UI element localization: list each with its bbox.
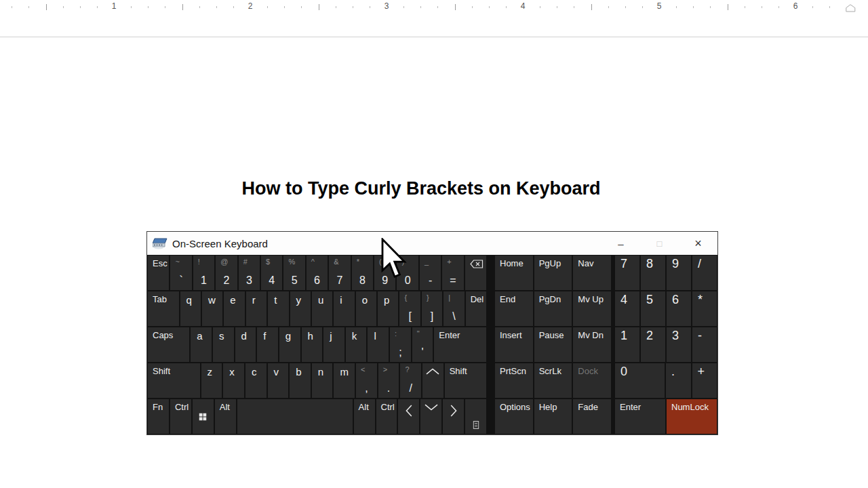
key-o[interactable]: o [356,291,376,326]
key-numpad-7[interactable]: 7 [615,256,639,290]
key-esc[interactable]: Esc [148,256,169,290]
key-home[interactable]: Home [495,256,533,290]
key-w[interactable]: w [202,291,222,326]
osk-titlebar[interactable]: On-Screen Keyboard – □ × [147,232,717,255]
key-numpad-5[interactable]: 5 [641,291,665,326]
key-numpad-8[interactable]: 8 [641,256,665,290]
key-b[interactable]: b [290,363,311,398]
key-z[interactable]: z [201,363,222,398]
key-minus[interactable]: _- [420,256,441,290]
key-d[interactable]: d [235,327,256,362]
key-slash[interactable]: ?/ [400,363,421,398]
key-mv-dn[interactable]: Mv Dn [573,327,611,362]
key-insert[interactable]: Insert [495,327,533,362]
key-6[interactable]: ^6 [307,256,328,290]
key-left-alt[interactable]: Alt [215,399,236,434]
key-q[interactable]: q [180,291,201,326]
key-arrow-right[interactable] [443,399,464,434]
key-quote[interactable]: "' [412,327,433,362]
key-comma[interactable]: <, [356,363,377,398]
key-arrow-up[interactable] [422,363,443,398]
key-dock[interactable]: Dock [573,363,611,398]
key-numpad-enter[interactable]: Enter [615,399,665,434]
key-r[interactable]: r [246,291,267,326]
key-numpad-minus[interactable]: - [692,327,717,362]
key-bracket-open[interactable]: {[ [399,291,420,326]
key-pgup[interactable]: PgUp [534,256,572,290]
key-right-ctrl[interactable]: Ctrl [376,399,397,434]
key-windows[interactable] [193,399,214,434]
key-k[interactable]: k [346,327,367,362]
key-y[interactable]: y [290,291,311,326]
key-5[interactable]: %5 [283,256,304,290]
key-p[interactable]: p [378,291,398,326]
key-h[interactable]: h [302,327,323,362]
key-backspace[interactable] [465,256,486,290]
key-3[interactable]: #3 [239,256,260,290]
key-numpad-1[interactable]: 1 [615,327,639,362]
key-m[interactable]: m [334,363,355,398]
key-numpad-6[interactable]: 6 [667,291,691,326]
key-scrlk[interactable]: ScrLk [534,363,572,398]
right-indent-marker[interactable] [846,4,856,12]
key-u[interactable]: u [312,291,332,326]
key-7[interactable]: &7 [329,256,350,290]
key-help[interactable]: Help [534,399,572,434]
key-numpad-divide[interactable]: / [692,256,717,290]
key-s[interactable]: s [213,327,234,362]
key-j[interactable]: j [323,327,344,362]
key-i[interactable]: i [334,291,354,326]
key-numpad-2[interactable]: 2 [641,327,665,362]
key-left-shift[interactable]: Shift [148,363,200,398]
key-pgdn[interactable]: PgDn [534,291,572,326]
key-numpad-9[interactable]: 9 [667,256,691,290]
key-c[interactable]: c [245,363,267,398]
key-backslash[interactable]: |\ [443,291,464,326]
key-del[interactable]: Del [466,291,486,326]
key-numlock[interactable]: NumLock [667,399,717,434]
key-space[interactable] [237,399,353,434]
key-semicolon[interactable]: :; [390,327,411,362]
key-e[interactable]: e [224,291,244,326]
minimize-button[interactable]: – [601,232,640,255]
key-arrow-left[interactable] [398,399,419,434]
key-numpad-0[interactable]: 0 [615,363,665,398]
key-f[interactable]: f [257,327,278,362]
key-enter[interactable]: Enter [434,327,486,362]
key-fade[interactable]: Fade [573,399,611,434]
key-1[interactable]: !1 [193,256,214,290]
key-numpad-decimal[interactable]: . [666,363,691,398]
key-numpad-4[interactable]: 4 [615,291,639,326]
key-period[interactable]: >. [378,363,399,398]
key-bracket-close[interactable]: }] [422,291,442,326]
key-numpad-multiply[interactable]: * [692,291,717,326]
key-caps[interactable]: Caps [148,327,189,362]
key-right-shift[interactable]: Shift [445,363,486,398]
key-equals[interactable]: += [442,256,463,290]
key-backtick[interactable]: ~` [170,256,191,290]
key-v[interactable]: v [268,363,289,398]
key-x[interactable]: x [223,363,244,398]
key-end[interactable]: End [495,291,533,326]
close-button[interactable]: × [679,232,717,255]
key-numpad-3[interactable]: 3 [667,327,691,362]
key-pause[interactable]: Pause [534,327,572,362]
key-menu[interactable] [465,399,486,434]
key-left-ctrl[interactable]: Ctrl [170,399,191,434]
key-8[interactable]: *8 [352,256,373,290]
key-arrow-down[interactable] [420,399,441,434]
key-2[interactable]: @2 [216,256,237,290]
key-options[interactable]: Options [495,399,533,434]
key-prtscn[interactable]: PrtScn [495,363,533,398]
key-l[interactable]: l [368,327,389,362]
key-tab[interactable]: Tab [148,291,179,326]
key-4[interactable]: $4 [261,256,282,290]
key-right-alt[interactable]: Alt [354,399,375,434]
key-nav[interactable]: Nav [573,256,611,290]
key-a[interactable]: a [191,327,212,362]
key-fn[interactable]: Fn [148,399,169,434]
key-g[interactable]: g [279,327,300,362]
key-t[interactable]: t [268,291,288,326]
key-numpad-plus[interactable]: + [692,363,717,398]
key-mv-up[interactable]: Mv Up [573,291,611,326]
